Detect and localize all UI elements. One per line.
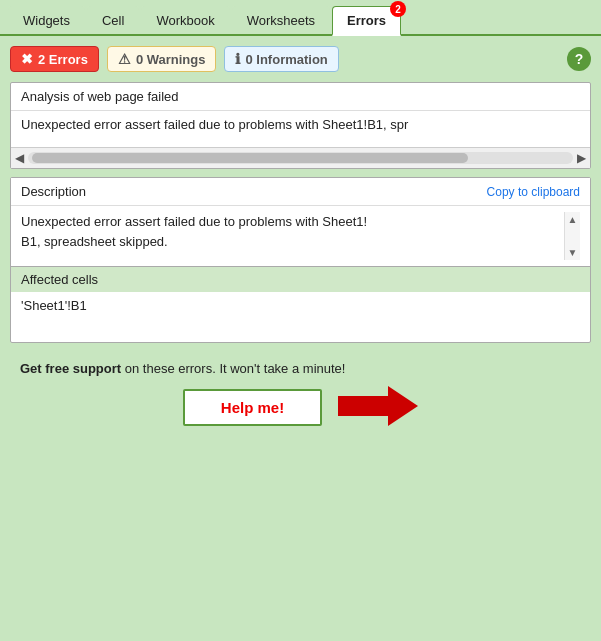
help-me-button[interactable]: Help me! — [183, 389, 322, 426]
description-panel: Description Copy to clipboard Unexpected… — [10, 177, 591, 343]
main-content: ✖ 2 Errors ⚠ 0 Warnings ℹ 0 Information … — [0, 36, 601, 447]
description-scrollbar[interactable]: ▲ ▼ — [564, 212, 580, 260]
info-button[interactable]: ℹ 0 Information — [224, 46, 338, 72]
tab-worksheets[interactable]: Worksheets — [232, 6, 330, 34]
scroll-down-arrow[interactable]: ▼ — [565, 245, 580, 260]
svg-marker-0 — [338, 386, 418, 426]
footer-text: Get free support on these errors. It won… — [20, 361, 581, 376]
arrow-right-icon — [338, 386, 418, 429]
description-body: Unexpected error assert failed due to pr… — [11, 206, 590, 266]
tab-errors[interactable]: Errors 2 — [332, 6, 401, 36]
scroll-up-arrow[interactable]: ▲ — [565, 212, 580, 227]
warnings-icon: ⚠ — [118, 51, 131, 67]
copy-to-clipboard-link[interactable]: Copy to clipboard — [487, 185, 580, 199]
scroll-right-arrow[interactable]: ▶ — [577, 151, 586, 165]
tab-bar: Widgets Cell Workbook Worksheets Errors … — [0, 0, 601, 36]
footer-center: Help me! — [20, 386, 581, 429]
error-list-panel: Analysis of web page failed Unexpected e… — [10, 82, 591, 169]
affected-cells-body: 'Sheet1'!B1 — [11, 292, 590, 342]
footer: Get free support on these errors. It won… — [10, 353, 591, 437]
errors-icon: ✖ — [21, 51, 33, 67]
help-circle-button[interactable]: ? — [567, 47, 591, 71]
footer-bold-text: Get free support — [20, 361, 121, 376]
scroll-thumb — [32, 153, 468, 163]
footer-rest-text: on these errors. It won't take a minute! — [121, 361, 345, 376]
scroll-left-arrow[interactable]: ◀ — [15, 151, 24, 165]
horizontal-scrollbar[interactable]: ◀ ▶ — [11, 147, 590, 168]
summary-bar: ✖ 2 Errors ⚠ 0 Warnings ℹ 0 Information … — [10, 46, 591, 72]
description-header: Description Copy to clipboard — [11, 178, 590, 206]
tab-widgets[interactable]: Widgets — [8, 6, 85, 34]
errors-button[interactable]: ✖ 2 Errors — [10, 46, 99, 72]
warnings-button[interactable]: ⚠ 0 Warnings — [107, 46, 217, 72]
scroll-track[interactable] — [28, 152, 573, 164]
description-title: Description — [21, 184, 86, 199]
error-list-header: Analysis of web page failed — [11, 83, 590, 111]
affected-cells-header: Affected cells — [11, 266, 590, 292]
info-icon: ℹ — [235, 51, 240, 67]
errors-badge: 2 — [390, 1, 406, 17]
description-text: Unexpected error assert failed due to pr… — [21, 212, 564, 260]
error-list-body: Unexpected error assert failed due to pr… — [11, 111, 590, 147]
tab-cell[interactable]: Cell — [87, 6, 139, 34]
tab-workbook[interactable]: Workbook — [141, 6, 229, 34]
